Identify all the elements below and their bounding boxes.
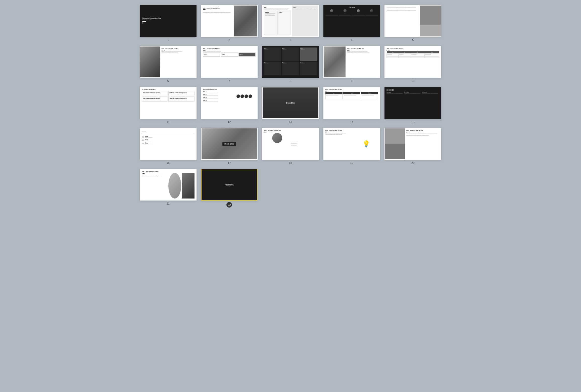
slide1-subtitle: Headline/Company Name [142, 19, 194, 20]
avatar-2 [344, 9, 347, 12]
avatar-3 [357, 9, 360, 12]
slide-18[interactable]: Slide — Insert Your Slide Title Here Pla… [262, 128, 319, 160]
stage-2: Stage Replace with your own text [142, 139, 194, 141]
stage3-desc: Replace with your own text [145, 144, 152, 144]
stage-1: Stage Replace with your own text [142, 136, 194, 138]
cell-11-3: Text that summarizes point 3 [142, 96, 168, 102]
s14-col1-title: Title 1 [325, 92, 343, 94]
s15-col-1: Lorem ipsum Lorem ipsum is simply dummy … [386, 92, 404, 94]
slide-16[interactable]: Timeline Stage Replace with your own tex… [140, 128, 197, 160]
slide18-circle [272, 133, 282, 143]
slide21-img1 [168, 173, 181, 199]
team-member-3: Name Role [357, 9, 360, 14]
slide22-thankyou: Thank you. [225, 184, 234, 186]
slide-11[interactable]: Put Your Slide Headline Here Text that s… [140, 87, 197, 119]
slide-15[interactable]: Lorem ipsum Lorem ipsum is simply dummy … [384, 87, 441, 119]
slide-wrapper-9: Slide — Insert Your Slide Title Here Lor… [323, 46, 380, 82]
s15-col-2: Lorem ipsum Lorem ipsum has been the ind… [404, 92, 422, 94]
slide6-heading: Slide — Insert Your Slide Title Here [162, 48, 195, 49]
slide-21[interactable]: Slide — Insert Your Slide Title Here Lor… [140, 169, 197, 201]
slide-2[interactable]: Slide — Insert Your Slide Title Here Lor… [201, 5, 258, 37]
s14-col3-body: Replace this section with a summary of t… [362, 95, 377, 96]
slide-number-6: 6 [167, 79, 169, 82]
s8-cell-5: Name Lorem ipsum text [282, 62, 299, 75]
slide-14[interactable]: Slide — Insert Your Slide Title Here Tit… [323, 87, 380, 119]
s14-col-2: Title 2 Replace this section with a summ… [343, 92, 360, 99]
slide-1[interactable]: Minimalist Presentation Title Headline/C… [140, 5, 197, 37]
slide-number-3: 3 [290, 38, 291, 41]
stage-3: Stage Replace with your own text [142, 142, 194, 144]
s15-col1-name: Lorem ipsum [386, 92, 404, 93]
slide-17[interactable]: Break Slide [201, 128, 258, 160]
cell-11-2: Text that summarizes point 2 [168, 91, 195, 96]
slide-10[interactable]: Slide — Insert Your Slide Title Here Tit… [384, 46, 441, 78]
slide3-title4: Title 4 [278, 12, 289, 13]
member1-role: Role [330, 14, 333, 14]
lightbulb-icon: 💡 [362, 140, 370, 148]
slide11-grid: Text that summarizes point 1 Text that s… [142, 91, 195, 102]
slide-20[interactable]: Slide — Insert Your Slide Title Here Lor… [384, 128, 441, 160]
slide-wrapper-21: Slide — Insert Your Slide Title Here Lor… [140, 169, 197, 208]
s14-col-3: Title 3 Replace this section with a summ… [361, 92, 378, 99]
slide18-item3: Place your text here [291, 145, 317, 146]
slide-8[interactable]: Name Lorem ipsum text Name Lorem ipsum t… [262, 46, 319, 78]
s15-col2-text: Lorem ipsum has been the industry's stan… [404, 93, 422, 94]
s12-item1-body: This is an example text. Go ahead and re… [203, 92, 232, 93]
slide-19[interactable]: Slide — Insert Your Slide Title Here Lor… [323, 128, 380, 160]
slide-number-22: 22 [226, 202, 232, 208]
s12-item2-body: This is an example text. Go ahead and re… [203, 95, 232, 96]
cell11-4-title: Text that summarizes point 4 [169, 97, 193, 99]
slide6-body: Lorem ipsum is simply dummy text of the … [162, 51, 195, 52]
slide7-sub: Here are the 3 goals we're looking to at… [203, 51, 256, 52]
slide9-heading: Slide — Insert Your Slide Title Here [347, 48, 378, 49]
slide-number-12: 12 [228, 120, 231, 123]
slide-wrapper-15: Lorem ipsum Lorem ipsum is simply dummy … [384, 87, 441, 123]
col-title-3: Title [410, 51, 424, 54]
s15-col2-name: Lorem ipsum [404, 92, 422, 93]
s14-col2-title: Title 2 [343, 92, 360, 94]
cell-3-3 [410, 56, 424, 58]
shape-3 [245, 94, 248, 98]
slide-wrapper-7: Slide — Insert Your Slide Title Here Her… [201, 46, 258, 82]
slide-22[interactable]: Thank you. [201, 169, 258, 201]
slide-12[interactable]: Put Your Slide Headline Here Text 1 This… [201, 87, 258, 119]
slide6-body2: Lorem ipsum has been the industry's stan… [162, 52, 195, 53]
slide-number-2: 2 [228, 38, 230, 41]
slide-wrapper-16: Timeline Stage Replace with your own tex… [140, 128, 197, 164]
slide-number-19: 19 [350, 161, 353, 164]
slide-number-13: 13 [289, 120, 292, 123]
slide21-body: Lorem ipsum is simply dummy text of the … [142, 175, 168, 176]
s12-item3-body: This is an example text. Go ahead and re… [203, 98, 232, 99]
goal-2: Goal 2 Monthly recurring revenue [221, 53, 238, 57]
slide-13[interactable]: Break Slide [262, 87, 319, 119]
slide-4[interactable]: The Team Name Role Name Role [323, 5, 380, 37]
cell11-1-title: Text that summarizes point 1 [143, 92, 167, 93]
slide-number-11: 11 [167, 120, 170, 123]
slide-5[interactable]: Lorem ipsum has been the industry's stan… [384, 5, 441, 37]
slide-7[interactable]: Slide — Insert Your Slide Title Here Her… [201, 46, 258, 78]
slide-wrapper-2: Slide — Insert Your Slide Title Here Lor… [201, 5, 258, 41]
stage2-circle [142, 139, 144, 141]
slide-wrapper-10: Slide — Insert Your Slide Title Here Tit… [384, 46, 441, 82]
s15-col3-name: Lorem ipsum [422, 92, 439, 93]
slide-3[interactable]: Title 1 Lorem ipsum has been the industr… [262, 5, 319, 37]
slide-number-10: 10 [411, 79, 414, 82]
stage1-circle [142, 136, 144, 138]
slide11-heading: Put Your Slide Headline Here [142, 89, 195, 90]
slide9-body: Lorem ipsum is simply dummy text of the … [347, 51, 378, 52]
slide1-date: Date [142, 23, 194, 24]
slide-number-7: 7 [228, 79, 230, 82]
slide18-heading: Slide — Insert Your Slide Title Here [264, 130, 290, 131]
member3-role: Role [357, 14, 360, 14]
slide-wrapper-8: Name Lorem ipsum text Name Lorem ipsum t… [262, 46, 319, 82]
slide5-body3: Lorem ipsum has been the industry's stan… [386, 10, 418, 11]
s15-col1-text: Lorem ipsum is simply dummy text of the … [386, 93, 404, 94]
slide17-text: Break Slide [222, 142, 236, 146]
cell-3-1 [387, 56, 399, 58]
slide-wrapper-1: Minimalist Presentation Title Headline/C… [140, 5, 197, 41]
slide-9[interactable]: Slide — Insert Your Slide Title Here Lor… [323, 46, 380, 78]
slide4-title: The Team [325, 7, 378, 8]
slide-6[interactable]: Slide — Insert Your Slide Title Here Lor… [140, 46, 197, 78]
slide10-heading: Slide — Insert Your Slide Title Here [386, 48, 439, 49]
slide-number-18: 18 [289, 161, 292, 164]
